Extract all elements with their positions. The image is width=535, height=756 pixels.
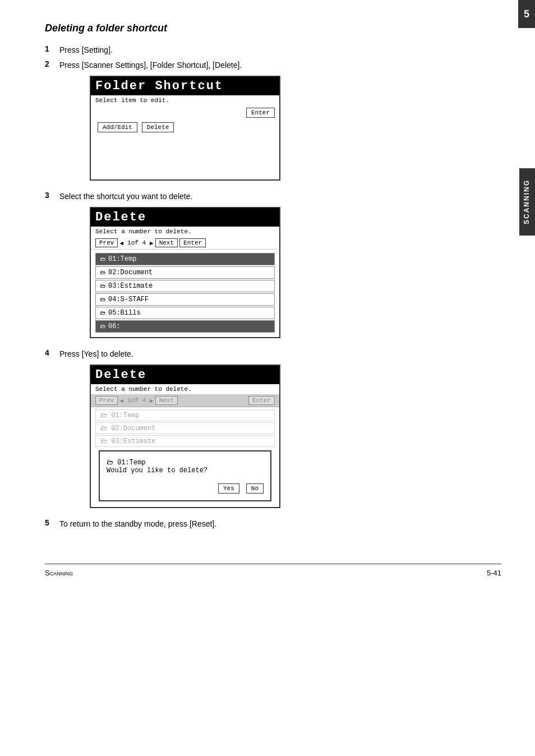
screen1-enter-btn[interactable]: Enter xyxy=(246,108,275,118)
screen3-bg-list: 🗁 01:Temp 🗁 02:Document 🗁 03:Estimate xyxy=(95,409,275,447)
folder-icon-02: 🗁 xyxy=(100,269,106,276)
step-4: 4 Press [Yes] to delete. xyxy=(45,348,501,360)
chapter-number: 5 xyxy=(524,8,529,20)
step-1-text: Press [Setting]. xyxy=(59,44,113,56)
confirm-dialog: 🗁 01:Temp Would you like to delete? Yes … xyxy=(99,450,271,501)
screen2-subtitle: Select a number to delete. xyxy=(91,227,279,237)
step-2-number: 2 xyxy=(45,59,57,68)
confirm-message-text: Would you like to delete? xyxy=(107,467,207,474)
screen3-subtitle: Select a number to delete. xyxy=(91,384,279,394)
list-item-03-label: 03:Estimate xyxy=(108,282,153,290)
step-5: 5 To return to the standby mode, press [… xyxy=(45,518,501,530)
step-3-number: 3 xyxy=(45,191,57,200)
footer: Scanning 5-41 xyxy=(45,569,501,577)
list-item-01-label: 01:Temp xyxy=(108,255,136,263)
list-item-06-label: 06: xyxy=(108,322,121,330)
step-4-number: 4 xyxy=(45,348,57,357)
section-title: Deleting a folder shortcut xyxy=(45,22,501,34)
folder-icon-03: 🗁 xyxy=(100,283,106,289)
folder-icon-01: 🗁 xyxy=(100,256,106,262)
list-item-04-label: 04:S-STAFF xyxy=(108,296,149,303)
list-item-02[interactable]: 🗁 02:Document xyxy=(95,266,275,279)
folder-icon-04: 🗁 xyxy=(100,296,106,303)
step-1-number: 1 xyxy=(45,44,57,53)
side-tab: Scanning xyxy=(519,168,535,236)
screen2: Delete Select a number to delete. Prev ◀… xyxy=(90,207,280,338)
screen2-title: Delete xyxy=(91,208,279,227)
screen3-title: Delete xyxy=(91,366,279,384)
list-item-01[interactable]: 🗁 01:Temp xyxy=(95,253,275,265)
screen3-container: Delete Select a number to delete. Prev ◀… xyxy=(90,365,501,508)
footer-left: Scanning xyxy=(45,569,73,577)
screen2-nav-row: Prev ◀ 1of 4 ▶ Next Enter xyxy=(91,237,279,250)
list-item-03[interactable]: 🗁 03:Estimate xyxy=(95,280,275,292)
screen3-body: 🗁 01:Temp 🗁 02:Document 🗁 03:Estimate 🗁 … xyxy=(91,407,279,507)
step-3: 3 Select the shortcut you want to delete… xyxy=(45,191,501,202)
screen2-arrow-right: ▶ xyxy=(150,239,154,247)
screen1-delete-btn[interactable]: Delete xyxy=(142,122,174,132)
confirm-yes-btn[interactable]: Yes xyxy=(218,483,239,494)
screen1-empty-area xyxy=(91,135,279,179)
chapter-badge: 5 xyxy=(518,0,535,28)
side-tab-label: Scanning xyxy=(523,179,531,224)
step-4-text: Press [Yes] to delete. xyxy=(59,348,133,360)
confirm-folder-icon: 🗁 xyxy=(107,459,113,467)
list-item-05[interactable]: 🗁 05:Bills xyxy=(95,307,275,319)
screen2-arrow-left: ◀ xyxy=(119,239,123,247)
step-5-number: 5 xyxy=(45,518,57,527)
screen2-next-btn[interactable]: Next xyxy=(155,238,178,247)
screen3-nav-dimmed: Prev ◀ 1of 4 ▶ Next Enter xyxy=(91,394,279,407)
list-item-06[interactable]: 🗁 06: xyxy=(95,320,275,333)
screen2-container: Delete Select a number to delete. Prev ◀… xyxy=(90,207,501,338)
list-item-02-label: 02:Document xyxy=(108,269,153,276)
folder-icon-05: 🗁 xyxy=(100,310,106,316)
list-item-05-label: 05:Bills xyxy=(108,309,141,317)
screen2-enter-btn[interactable]: Enter xyxy=(179,238,206,247)
confirm-item: 🗁 01:Temp Would you like to delete? xyxy=(107,458,264,474)
step-2: 2 Press [Scanner Settings], [Folder Shor… xyxy=(45,59,501,71)
screen1-add-edit-btn[interactable]: Add/Edit xyxy=(98,122,137,132)
screen2-prev-btn[interactable]: Prev xyxy=(95,238,118,247)
page-rule xyxy=(45,564,501,564)
screen2-list: 🗁 01:Temp 🗁 02:Document 🗁 03:Estimate 🗁 … xyxy=(91,250,279,337)
confirm-item-label: 01:Temp xyxy=(117,459,145,467)
screen1: Folder Shortcut Select item to edit. Ent… xyxy=(90,76,280,181)
screen2-page-info: 1of 4 xyxy=(125,239,148,246)
footer-right: 5-41 xyxy=(487,569,501,577)
screen1-subtitle: Select item to edit. xyxy=(91,95,279,105)
folder-icon-06: 🗁 xyxy=(100,323,106,330)
confirm-dialog-buttons: Yes No xyxy=(107,483,264,494)
step-1: 1 Press [Setting]. xyxy=(45,44,501,56)
screen1-title: Folder Shortcut xyxy=(91,77,279,95)
list-item-04[interactable]: 🗁 04:S-STAFF xyxy=(95,293,275,306)
screen1-toolbar: Enter xyxy=(91,105,279,120)
screen1-btn-group: Add/Edit Delete xyxy=(91,120,279,135)
step-5-text: To return to the standby mode, press [Re… xyxy=(59,518,216,530)
screen1-container: Folder Shortcut Select item to edit. Ent… xyxy=(90,76,501,181)
confirm-no-btn[interactable]: No xyxy=(246,483,264,494)
screen3: Delete Select a number to delete. Prev ◀… xyxy=(90,365,280,508)
step-2-text: Press [Scanner Settings], [Folder Shortc… xyxy=(59,59,242,71)
step-3-text: Select the shortcut you want to delete. xyxy=(59,191,192,202)
